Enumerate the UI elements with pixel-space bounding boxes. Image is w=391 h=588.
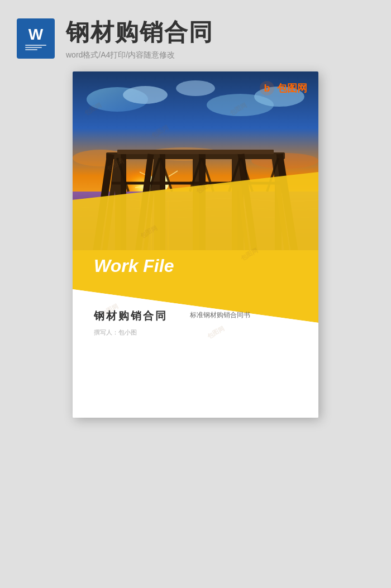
svg-text:b: b xyxy=(264,83,270,94)
main-title: 钢材购销合同 xyxy=(66,17,213,48)
pier-sunset-svg xyxy=(73,71,318,261)
svg-rect-20 xyxy=(168,199,169,259)
contract-title-label: 钢材购销合同 xyxy=(94,309,168,323)
page-wrapper: W 钢材购销合同 word格式/A4打印/内容随意修改 xyxy=(0,0,391,588)
header-text: 钢材购销合同 word格式/A4打印/内容随意修改 xyxy=(66,17,213,60)
word-line-2 xyxy=(25,47,42,48)
word-line-3 xyxy=(25,49,37,50)
contract-subtitle-label: 标准钢材购销合同书 xyxy=(190,310,250,320)
svg-rect-22 xyxy=(117,150,274,154)
word-icon: W xyxy=(17,18,55,59)
svg-point-12 xyxy=(176,80,215,96)
subtitle: word格式/A4打印/内容随意修改 xyxy=(66,50,213,60)
svg-point-9 xyxy=(123,86,168,104)
brand-icon-svg: b xyxy=(259,80,275,96)
author-label: 撰写人：包小图 xyxy=(94,328,137,337)
work-file-label: Work File xyxy=(94,256,174,276)
cover-lower-area: Work File 钢材购销合同 标准钢材购销合同书 撰写人：包小图 xyxy=(73,250,318,418)
word-icon-lines xyxy=(25,45,46,50)
header-area: W 钢材购销合同 word格式/A4打印/内容随意修改 xyxy=(17,17,374,60)
word-line-1 xyxy=(25,45,46,46)
brand-name: 包图网 xyxy=(277,82,307,95)
doc-cover: b 包图网 Work File 钢材购销合同 标准钢材购销合同书 撰写人：包小图 xyxy=(73,71,318,418)
word-icon-letter: W xyxy=(28,27,43,42)
brand-logo: b 包图网 xyxy=(259,80,307,96)
cover-image-section: b 包图网 xyxy=(73,71,318,261)
